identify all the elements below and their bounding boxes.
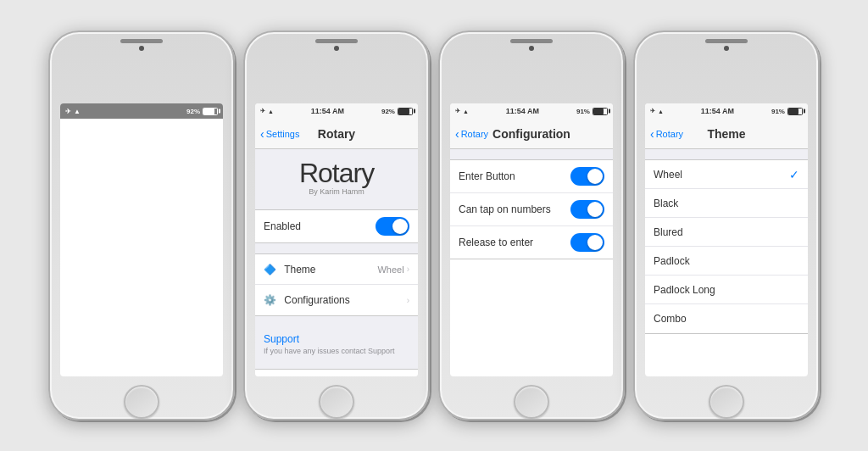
phones-container: ✈ ▲ 92% Enter Passcode — [40, 22, 828, 429]
phone-screen-3: ✈ ▲ 11:54 AM 91% ‹ Rotary Configuration — [450, 103, 613, 376]
about-section: About › — [255, 369, 418, 376]
rotary-by: By Karim Hamm — [255, 187, 418, 196]
nav-bar-2: ‹ Settings Rotary — [255, 119, 418, 149]
rotary-dial[interactable]: ← 1 2 3 4 5 6 7 8 9 0 — [74, 159, 209, 295]
home-button-2[interactable] — [319, 385, 354, 419]
wifi-icon-4: ▲ — [658, 109, 664, 114]
nav-title-4: Theme — [707, 127, 745, 141]
enabled-section: Enabled — [255, 209, 418, 243]
nav-back-label-2: Settings — [266, 129, 300, 139]
home-button-1[interactable] — [124, 385, 159, 419]
vol-up-3 — [438, 138, 439, 157]
nav-back-3[interactable]: ‹ Rotary — [455, 128, 488, 140]
rotary-svg: ← 1 2 3 4 5 6 7 8 9 0 — [74, 159, 209, 295]
vol-up-2 — [243, 138, 244, 157]
section-gap-config — [450, 149, 613, 159]
theme-wheel-row[interactable]: Wheel ✓ — [645, 160, 808, 189]
battery-pct-2: 92% — [381, 108, 395, 115]
wifi-icon-2: ▲ — [268, 109, 274, 114]
rotary-header: Rotary By Karim Hamm — [255, 149, 418, 203]
release-enter-row: Release to enter — [450, 226, 613, 259]
section-gap-2 — [255, 243, 418, 253]
battery-pct-1: 92% — [186, 108, 200, 115]
home-button-3[interactable] — [514, 385, 549, 419]
about-row[interactable]: About › — [255, 370, 418, 376]
speaker-2 — [315, 39, 358, 43]
toggle-knob — [392, 219, 408, 234]
camera-2 — [334, 46, 339, 51]
phone-top-3 — [440, 32, 623, 54]
theme-black-label: Black — [654, 198, 678, 209]
theme-padlock-label: Padlock — [654, 255, 690, 267]
enabled-toggle[interactable] — [376, 217, 409, 236]
section-gap-3 — [255, 316, 418, 326]
theme-list: Wheel ✓ Black Blured Padlock Padlock Lon… — [645, 159, 808, 334]
chevron-theme: › — [407, 264, 409, 274]
svg-text:0: 0 — [119, 183, 124, 193]
phone-screen-2: ✈ ▲ 11:54 AM 92% ‹ Settings Rotary — [255, 103, 418, 376]
airplane-icon-2: ✈ — [260, 108, 265, 114]
svg-text:4: 4 — [181, 248, 186, 259]
toggle-knob-release — [587, 235, 603, 250]
svg-text:3: 3 — [190, 223, 195, 233]
theme-padlock-row[interactable]: Padlock — [645, 247, 808, 276]
svg-text:2: 2 — [181, 200, 186, 210]
svg-text:←: ← — [136, 221, 147, 235]
theme-value: Wheel › — [377, 264, 409, 275]
toggle-knob-tap — [587, 202, 603, 217]
home-button-4[interactable] — [709, 385, 744, 419]
airplane-icon: ✈ — [65, 108, 71, 115]
status-left-3: ✈ ▲ — [455, 108, 469, 114]
support-link[interactable]: Support — [264, 333, 409, 345]
chevron-config: › — [407, 296, 409, 305]
status-bar-2: ✈ ▲ 11:54 AM 92% — [255, 103, 418, 119]
theme-config-section: 🔷 Theme Wheel › ⚙️ Configurations › — [255, 253, 418, 316]
battery-pct-3: 91% — [576, 108, 590, 115]
lock-screen: Enter Passcode ← — [60, 119, 223, 376]
vol-down-4 — [633, 161, 634, 180]
configurations-row[interactable]: ⚙️ Configurations › — [255, 285, 418, 315]
theme-combo-row[interactable]: Combo — [645, 304, 808, 333]
svg-text:1: 1 — [160, 183, 165, 193]
theme-combo-label: Combo — [654, 313, 687, 325]
enabled-row: Enabled — [255, 210, 418, 242]
theme-row[interactable]: 🔷 Theme Wheel › — [255, 254, 418, 285]
nav-back-4[interactable]: ‹ Rotary — [650, 128, 683, 140]
speaker-1 — [120, 39, 163, 43]
battery-icon-2 — [398, 108, 413, 115]
enter-button-toggle[interactable] — [570, 167, 604, 186]
phone-1: ✈ ▲ 92% Enter Passcode — [48, 31, 235, 420]
dot-3 — [145, 144, 152, 151]
speaker-3 — [510, 39, 553, 43]
theme-padlock-long-row[interactable]: Padlock Long — [645, 276, 808, 304]
theme-blured-row[interactable]: Blured — [645, 218, 808, 247]
phone-screen-4: ✈ ▲ 11:54 AM 91% ‹ Rotary Theme — [645, 103, 808, 376]
svg-text:5: 5 — [160, 265, 165, 276]
nav-title-3: Configuration — [492, 127, 570, 141]
phone-2: ✈ ▲ 11:54 AM 92% ‹ Settings Rotary — [243, 31, 430, 420]
camera-4 — [724, 46, 729, 51]
config-value: › — [407, 296, 409, 305]
battery-fill-4 — [788, 109, 798, 114]
status-right-1: 92% — [186, 108, 218, 115]
vol-down-3 — [438, 161, 439, 180]
svg-text:7: 7 — [97, 248, 102, 259]
theme-label: 🔷 Theme — [264, 264, 315, 276]
battery-fill-2 — [398, 109, 409, 114]
status-right-4: 91% — [771, 108, 803, 115]
back-arrow-2: ‹ — [260, 128, 264, 140]
section-gap-theme — [645, 149, 808, 159]
dot-1 — [118, 144, 125, 151]
release-enter-toggle[interactable] — [570, 233, 604, 252]
status-bar-3: ✈ ▲ 11:54 AM 91% — [450, 103, 613, 119]
wifi-icon-1: ▲ — [74, 108, 81, 115]
rotary-app-title: Rotary — [255, 158, 418, 189]
battery-icon-1 — [203, 108, 218, 115]
status-right-2: 92% — [381, 108, 413, 115]
nav-back-2[interactable]: ‹ Settings — [260, 128, 299, 140]
theme-black-row[interactable]: Black — [645, 189, 808, 218]
camera-1 — [139, 46, 144, 51]
nav-bar-4: ‹ Rotary Theme — [645, 119, 808, 149]
tap-numbers-toggle[interactable] — [570, 200, 604, 219]
theme-icon-2: 🔷 — [264, 264, 276, 276]
